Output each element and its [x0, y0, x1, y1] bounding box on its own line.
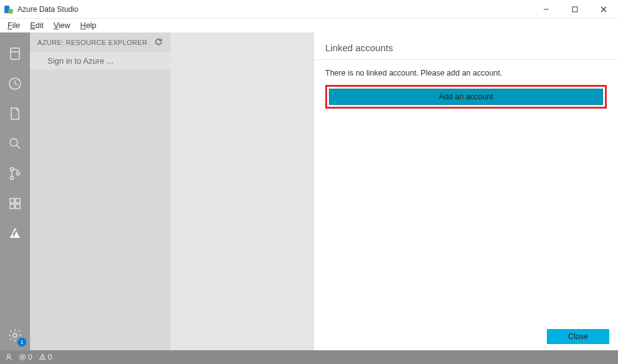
activity-azure-icon[interactable] [0, 219, 30, 248]
status-errors-count: 0 [28, 353, 32, 362]
svg-point-26 [42, 359, 42, 360]
svg-point-21 [7, 355, 11, 358]
svg-rect-19 [16, 204, 20, 209]
svg-line-12 [17, 145, 21, 149]
settings-badge: 1 [17, 338, 26, 347]
activity-servers-icon[interactable] [0, 39, 30, 69]
app-icon [4, 4, 14, 14]
menubar: File Edit View Help [0, 19, 618, 32]
minimize-button[interactable] [532, 0, 561, 19]
svg-point-13 [11, 168, 14, 171]
status-warnings-count: 0 [48, 353, 52, 362]
svg-rect-16 [10, 199, 14, 203]
svg-point-1 [8, 9, 13, 14]
svg-rect-17 [16, 199, 20, 203]
editor-area [170, 32, 313, 350]
svg-point-15 [17, 172, 20, 175]
menu-help[interactable]: Help [76, 20, 102, 31]
linked-accounts-panel: Linked accounts There is no linked accou… [313, 32, 618, 350]
app-title: Azure Data Studio [17, 5, 78, 14]
svg-point-11 [10, 139, 17, 146]
close-panel-button[interactable]: Close [547, 329, 609, 344]
add-account-button[interactable]: Add an account [329, 89, 603, 105]
highlight-box: Add an account [325, 85, 607, 109]
close-window-button[interactable] [589, 0, 618, 19]
side-panel: AZURE: RESOURCE EXPLORER Sign in to Azur… [30, 32, 170, 350]
linked-accounts-title: Linked accounts [314, 32, 618, 60]
status-warnings[interactable]: 0 [39, 353, 52, 362]
svg-point-14 [11, 177, 14, 180]
menu-view[interactable]: View [49, 20, 76, 31]
svg-line-10 [15, 84, 17, 85]
statusbar: 0 0 [0, 350, 618, 364]
svg-point-20 [13, 333, 17, 337]
linked-accounts-message: There is no linked account. Please add a… [325, 69, 607, 77]
svg-rect-3 [572, 7, 577, 12]
refresh-icon[interactable] [154, 37, 163, 47]
svg-rect-18 [10, 204, 14, 209]
menu-edit[interactable]: Edit [25, 20, 49, 31]
activity-extensions-icon[interactable] [0, 189, 30, 219]
maximize-button[interactable] [561, 0, 589, 19]
activity-source-control-icon[interactable] [0, 159, 30, 189]
menu-file[interactable]: File [2, 20, 25, 31]
activity-bar: 1 [0, 32, 30, 350]
activity-tasks-icon[interactable] [0, 69, 30, 99]
sign-in-azure-item[interactable]: Sign in to Azure ... [30, 52, 170, 69]
status-errors[interactable]: 0 [19, 353, 32, 362]
svg-rect-6 [11, 48, 19, 59]
activity-explorer-icon[interactable] [0, 99, 30, 129]
status-account-icon[interactable] [5, 353, 12, 361]
side-panel-title: AZURE: RESOURCE EXPLORER [37, 39, 147, 46]
activity-settings-icon[interactable]: 1 [0, 320, 30, 350]
activity-search-icon[interactable] [0, 129, 30, 159]
titlebar: Azure Data Studio [0, 0, 618, 19]
